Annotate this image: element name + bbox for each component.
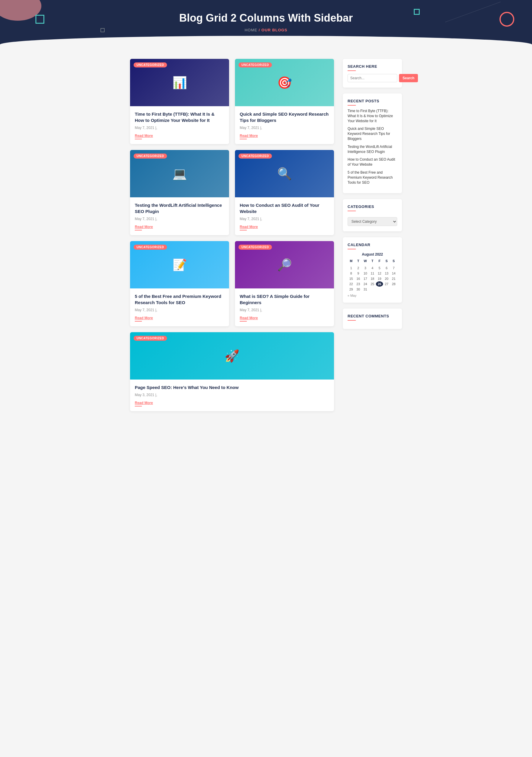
calendar-table: MTWTFSS 12345678910111213141516171819202… xyxy=(348,258,397,292)
blog-card-body: How to Conduct an SEO Audit of Your Webs… xyxy=(235,197,334,235)
calendar-day[interactable]: 2 xyxy=(355,265,362,271)
calendar-day xyxy=(390,287,397,292)
blog-card-image: 💻 Uncategorized xyxy=(130,150,229,197)
blog-badge: Uncategorized xyxy=(134,62,167,68)
calendar-day[interactable]: 22 xyxy=(348,281,355,287)
blog-badge: Uncategorized xyxy=(238,62,272,68)
search-input[interactable] xyxy=(348,74,397,82)
calendar-day[interactable]: 28 xyxy=(390,281,397,287)
calendar-day[interactable]: 5 xyxy=(376,265,383,271)
calendar-day[interactable]: 29 xyxy=(348,287,355,292)
calendar-day[interactable]: 6 xyxy=(383,265,390,271)
calendar-day[interactable]: 17 xyxy=(362,276,369,281)
calendar-day[interactable]: 12 xyxy=(376,271,383,276)
calendar-day[interactable]: 18 xyxy=(369,276,376,281)
calendar-day xyxy=(369,287,376,292)
read-more-link[interactable]: Read More xyxy=(240,134,258,139)
calendar-day[interactable]: 10 xyxy=(362,271,369,276)
calendar-day-header: M xyxy=(348,258,355,263)
calendar-day[interactable]: 14 xyxy=(390,271,397,276)
calendar-day[interactable]: 16 xyxy=(355,276,362,281)
blog-card-body: Testing the WordLift Artificial Intellig… xyxy=(130,197,229,235)
read-more-link[interactable]: Read More xyxy=(240,316,258,321)
blog-card-image: 🔎 Uncategorized xyxy=(235,241,334,288)
breadcrumb-current: OUR BLOGS xyxy=(262,28,288,32)
blog-card-body: What is SEO? A Simple Guide for Beginner… xyxy=(235,288,334,326)
blog-card-meta: May 7, 2021 |, xyxy=(135,308,224,312)
calendar-day[interactable]: 8 xyxy=(348,271,355,276)
blog-card: 🚀 Uncategorized Page Speed SEO: Here's W… xyxy=(130,332,334,411)
calendar-day[interactable]: 15 xyxy=(348,276,355,281)
blog-card: 📝 Uncategorized 5 of the Best Free and P… xyxy=(130,241,229,326)
calendar-day[interactable]: 31 xyxy=(362,287,369,292)
blog-card-image: 🎯 Uncategorized xyxy=(235,59,334,106)
read-more-link[interactable]: Read More xyxy=(135,225,153,230)
blog-card-meta: May 7, 2021 |, xyxy=(135,217,224,221)
categories-widget: CATEGORIES Select CategoryUncategorizedS… xyxy=(343,199,402,231)
calendar-day[interactable]: 9 xyxy=(355,271,362,276)
calendar-day[interactable]: 3 xyxy=(362,265,369,271)
blog-card-meta: May 3, 2021 |, xyxy=(135,393,329,397)
calendar-day-header: T xyxy=(355,258,362,263)
blog-card-title: Quick and Simple SEO Keyword Research Ti… xyxy=(240,111,329,123)
recent-post-item[interactable]: Quick and Simple SEO Keyword Research Ti… xyxy=(348,126,397,141)
category-select[interactable]: Select CategoryUncategorizedSEOBlogging xyxy=(348,217,397,226)
sidebar: SEARCH HERE Search RECENT POSTS Time to … xyxy=(343,59,402,411)
read-more-link[interactable]: Read More xyxy=(135,316,153,321)
page-title: Blog Grid 2 Columns With Sidebar xyxy=(6,12,526,24)
blog-card-image: 🚀 Uncategorized xyxy=(130,332,334,379)
search-button[interactable]: Search xyxy=(399,74,418,82)
read-more-link[interactable]: Read More xyxy=(135,134,153,139)
calendar-day[interactable]: 4 xyxy=(369,265,376,271)
calendar-day[interactable]: 30 xyxy=(355,287,362,292)
blog-card: 💻 Uncategorized Testing the WordLift Art… xyxy=(130,150,229,235)
recent-comments-title: RECENT COMMENTS xyxy=(348,314,397,321)
recent-posts-widget: RECENT POSTS Time to First Byte (TTFB): … xyxy=(343,94,402,193)
recent-posts-title: RECENT POSTS xyxy=(348,99,397,106)
blog-card-body: 5 of the Best Free and Premium Keyword R… xyxy=(130,288,229,326)
blog-card-image: 🔍 Uncategorized xyxy=(235,150,334,197)
blog-card-image: 📝 Uncategorized xyxy=(130,241,229,288)
calendar-day[interactable]: 20 xyxy=(383,276,390,281)
calendar-day[interactable]: 11 xyxy=(369,271,376,276)
calendar-day[interactable]: 21 xyxy=(390,276,397,281)
recent-post-item[interactable]: Testing the WordLift Artificial Intellig… xyxy=(348,144,397,154)
read-more-link[interactable]: Read More xyxy=(240,225,258,230)
blog-badge: Uncategorized xyxy=(134,336,167,341)
calendar-day-header: S xyxy=(390,258,397,263)
blog-card-meta: May 7, 2021 |, xyxy=(240,308,329,312)
blog-card-body: Time to First Byte (TTFB): What It Is & … xyxy=(130,106,229,144)
calendar-day[interactable]: 13 xyxy=(383,271,390,276)
calendar-day[interactable]: 7 xyxy=(390,265,397,271)
recent-post-item[interactable]: Time to First Byte (TTFB): What It Is & … xyxy=(348,108,397,123)
calendar-day[interactable]: 1 xyxy=(348,265,355,271)
calendar-day-header: S xyxy=(383,258,390,263)
calendar-prev[interactable]: « May xyxy=(348,294,397,297)
recent-post-item[interactable]: 5 of the Best Free and Premium Keyword R… xyxy=(348,170,397,185)
blog-card: 🔍 Uncategorized How to Conduct an SEO Au… xyxy=(235,150,334,235)
calendar-day[interactable]: 24 xyxy=(362,281,369,287)
calendar-day[interactable]: 19 xyxy=(376,276,383,281)
calendar-day[interactable]: 26 xyxy=(376,281,383,287)
blog-card-body: Quick and Simple SEO Keyword Research Ti… xyxy=(235,106,334,144)
breadcrumb-home[interactable]: HOME xyxy=(245,28,257,32)
breadcrumb-sep: / xyxy=(259,28,261,32)
calendar-day[interactable]: 25 xyxy=(369,281,376,287)
breadcrumb: HOME / OUR BLOGS xyxy=(6,28,526,32)
recent-post-item[interactable]: How to Conduct an SEO Audit of Your Webs… xyxy=(348,157,397,167)
search-form: Search xyxy=(348,74,397,82)
calendar-month: August 2022 xyxy=(348,252,397,257)
blog-badge: Uncategorized xyxy=(238,245,272,250)
search-widget-title: SEARCH HERE xyxy=(348,64,397,71)
main-content: 📊 Uncategorized Time to First Byte (TTFB… xyxy=(130,59,334,411)
calendar-widget: CALENDAR August 2022 MTWTFSS 12345678910… xyxy=(343,237,402,303)
calendar-day-header: W xyxy=(362,258,369,263)
blog-card-meta: May 7, 2021 |, xyxy=(240,217,329,221)
blog-badge: Uncategorized xyxy=(134,154,167,159)
calendar-day[interactable]: 23 xyxy=(355,281,362,287)
blog-card-body: Page Speed SEO: Here's What You Need to … xyxy=(130,379,334,411)
calendar-day xyxy=(376,287,383,292)
calendar-title: CALENDAR xyxy=(348,243,397,249)
calendar-day[interactable]: 27 xyxy=(383,281,390,287)
read-more-link[interactable]: Read More xyxy=(135,401,153,407)
